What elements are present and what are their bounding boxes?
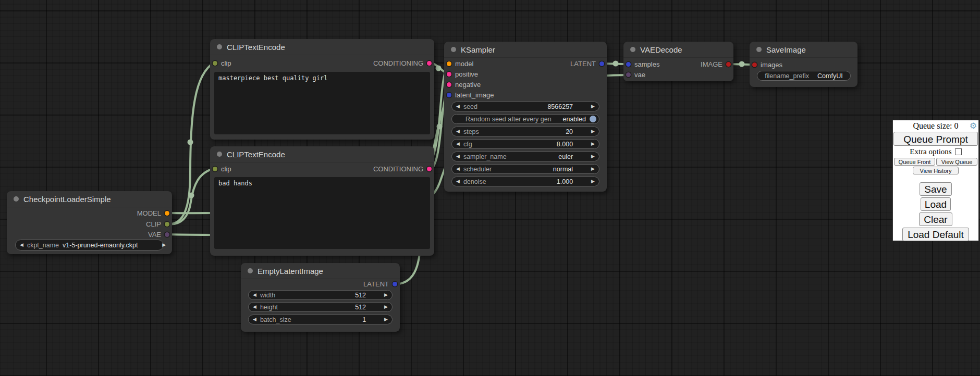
collapse-dot-icon[interactable]	[756, 47, 762, 52]
slot-dot-latent-image[interactable]	[447, 93, 451, 97]
decrement-arrow-icon[interactable]: ◀	[456, 142, 460, 146]
output-slot-conditioning[interactable]: CONDITIONING	[373, 164, 432, 173]
node-checkpoint-loader[interactable]: CheckpointLoaderSimple MODEL CLIP VAE ◀ …	[7, 191, 172, 254]
decrement-arrow-icon[interactable]: ◀	[20, 243, 23, 247]
increment-arrow-icon[interactable]: ▶	[384, 305, 388, 309]
settings-gear-icon[interactable]: ⚙	[970, 122, 977, 130]
slot-dot-conditioning[interactable]	[427, 61, 432, 66]
load-default-button[interactable]: Load Default	[902, 228, 969, 241]
node-empty-latent-image[interactable]: EmptyLatentImage LATENT ◀ width 512 ▶ ◀ …	[241, 263, 400, 332]
node-vae-decode[interactable]: VAEDecode samples vae IMAGE	[623, 42, 733, 81]
node-title-bar[interactable]: SaveImage	[750, 42, 858, 58]
decrement-arrow-icon[interactable]: ◀	[253, 305, 256, 309]
slot-dot-clip[interactable]	[213, 61, 217, 66]
collapse-dot-icon[interactable]	[217, 44, 222, 49]
node-clip-text-encode-negative[interactable]: CLIPTextEncode clip CONDITIONING bad han…	[210, 146, 434, 256]
slot-dot-positive[interactable]	[447, 72, 451, 77]
slot-dot-image[interactable]	[726, 62, 731, 67]
node-clip-text-encode-positive[interactable]: CLIPTextEncode clip CONDITIONING masterp…	[210, 39, 434, 140]
input-slot-negative[interactable]: negative	[447, 80, 481, 89]
collapse-dot-icon[interactable]	[14, 196, 19, 202]
decrement-arrow-icon[interactable]: ◀	[253, 317, 256, 322]
slot-dot-conditioning[interactable]	[427, 167, 432, 171]
slot-dot-vae[interactable]	[626, 72, 631, 77]
decrement-arrow-icon[interactable]: ◀	[456, 104, 460, 109]
increment-arrow-icon[interactable]: ▶	[591, 142, 595, 146]
node-title-bar[interactable]: VAEDecode	[623, 42, 733, 58]
ckpt-name-combo[interactable]: ◀ ckpt_name v1-5-pruned-emaonly.ckpt ▶	[15, 240, 164, 250]
steps-stepper[interactable]: ◀ steps 20 ▶	[451, 127, 599, 136]
output-slot-image[interactable]: IMAGE	[701, 59, 731, 69]
sampler-name-combo[interactable]: ◀ sampler_name euler ▶	[451, 152, 599, 161]
node-title-bar[interactable]: CLIPTextEncode	[210, 146, 434, 162]
slot-dot-latent[interactable]	[599, 61, 604, 66]
input-slot-model[interactable]: model	[447, 59, 473, 68]
view-history-button[interactable]: View History	[913, 167, 959, 174]
random-seed-toggle[interactable]: Random seed after every gen enabled	[451, 114, 599, 124]
output-slot-conditioning[interactable]: CONDITIONING	[373, 58, 432, 68]
increment-arrow-icon[interactable]: ▶	[384, 293, 388, 297]
decrement-arrow-icon[interactable]: ◀	[456, 154, 460, 159]
increment-arrow-icon[interactable]: ▶	[591, 167, 595, 171]
width-stepper[interactable]: ◀ width 512 ▶	[248, 290, 393, 300]
decrement-arrow-icon[interactable]: ◀	[253, 293, 256, 297]
decrement-arrow-icon[interactable]: ◀	[456, 129, 460, 134]
extra-options-checkbox[interactable]	[955, 148, 962, 155]
node-title-bar[interactable]: KSampler	[444, 42, 607, 58]
slot-dot-images[interactable]	[752, 62, 757, 67]
seed-stepper[interactable]: ◀ seed 8566257 ▶	[451, 102, 599, 111]
output-slot-clip[interactable]: CLIP	[146, 219, 169, 229]
output-slot-latent[interactable]: LATENT	[363, 279, 397, 289]
positive-prompt-textarea[interactable]: masterpiece best quality girl	[214, 72, 430, 134]
slot-dot-samples[interactable]	[626, 62, 631, 67]
node-title-bar[interactable]: EmptyLatentImage	[241, 263, 400, 279]
denoise-stepper[interactable]: ◀ denoise 1.000 ▶	[451, 177, 599, 186]
input-slot-images[interactable]: images	[752, 60, 782, 69]
slot-dot-clip[interactable]	[213, 167, 217, 171]
load-button[interactable]: Load	[921, 197, 951, 211]
output-slot-model[interactable]: MODEL	[137, 208, 169, 218]
slot-dot-vae[interactable]	[165, 232, 169, 237]
negative-prompt-textarea[interactable]: bad hands	[214, 177, 430, 249]
slot-dot-negative[interactable]	[447, 82, 451, 87]
decrement-arrow-icon[interactable]: ◀	[456, 167, 460, 171]
filename-prefix-field[interactable]: filename_prefix ComfyUI	[757, 71, 851, 81]
node-title-bar[interactable]: CLIPTextEncode	[210, 39, 434, 55]
input-slot-latent-image[interactable]: latent_image	[447, 90, 494, 99]
input-slot-vae[interactable]: vae	[626, 70, 645, 79]
slot-dot-model[interactable]	[165, 211, 169, 216]
node-save-image[interactable]: SaveImage images filename_prefix ComfyUI	[750, 42, 858, 87]
toggle-dot[interactable]	[590, 116, 596, 122]
output-slot-vae[interactable]: VAE	[148, 230, 169, 239]
view-queue-button[interactable]: View Queue	[936, 158, 977, 166]
batch-size-stepper[interactable]: ◀ batch_size 1 ▶	[248, 315, 393, 324]
collapse-dot-icon[interactable]	[451, 47, 456, 52]
slot-dot-latent[interactable]	[393, 282, 397, 286]
slot-dot-model[interactable]	[447, 61, 451, 66]
increment-arrow-icon[interactable]: ▶	[591, 179, 595, 184]
collapse-dot-icon[interactable]	[217, 152, 222, 157]
input-slot-clip[interactable]: clip	[213, 58, 231, 68]
save-button[interactable]: Save	[920, 182, 952, 196]
height-stepper[interactable]: ◀ height 512 ▶	[248, 302, 393, 312]
input-slot-positive[interactable]: positive	[447, 69, 478, 79]
queue-front-button[interactable]: Queue Front	[894, 158, 935, 166]
increment-arrow-icon[interactable]: ▶	[162, 243, 166, 247]
node-title-bar[interactable]: CheckpointLoaderSimple	[7, 191, 172, 207]
input-slot-samples[interactable]: samples	[626, 59, 659, 69]
input-slot-clip[interactable]: clip	[213, 164, 231, 173]
decrement-arrow-icon[interactable]: ◀	[456, 179, 460, 184]
collapse-dot-icon[interactable]	[248, 268, 253, 273]
increment-arrow-icon[interactable]: ▶	[591, 129, 595, 134]
node-ksampler[interactable]: KSampler model positive negative latent_…	[444, 42, 607, 192]
increment-arrow-icon[interactable]: ▶	[591, 154, 595, 159]
clear-button[interactable]: Clear	[919, 212, 952, 226]
increment-arrow-icon[interactable]: ▶	[384, 317, 388, 322]
collapse-dot-icon[interactable]	[630, 47, 635, 52]
output-slot-latent[interactable]: LATENT	[570, 59, 604, 68]
scheduler-combo[interactable]: ◀ scheduler normal ▶	[451, 164, 599, 174]
cfg-stepper[interactable]: ◀ cfg 8.000 ▶	[451, 139, 599, 149]
increment-arrow-icon[interactable]: ▶	[591, 104, 595, 109]
slot-dot-clip[interactable]	[165, 222, 169, 227]
queue-prompt-button[interactable]: Queue Prompt	[893, 132, 978, 146]
